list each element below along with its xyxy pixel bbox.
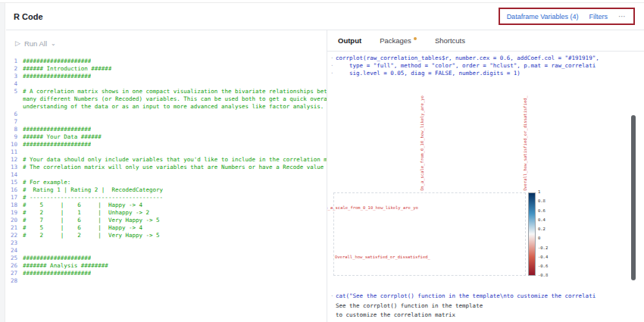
line-number: 7 bbox=[6, 118, 23, 126]
line-number bbox=[6, 95, 23, 103]
filters-link[interactable]: Filters bbox=[589, 13, 608, 20]
console-code-line: corrplot(raw_correlation_tables$r, numbe… bbox=[330, 55, 635, 62]
code-text: ####### Analysis ######## bbox=[23, 262, 108, 270]
code-text: # 5 | 6 | Happy -> 4 bbox=[23, 224, 142, 232]
chunk-marker-icon bbox=[330, 55, 336, 62]
code-line: 2 ###### Introduction ###### bbox=[6, 65, 327, 73]
chunk-marker-icon bbox=[330, 292, 336, 299]
dataframe-variables-link[interactable]: Dataframe Variables (4) bbox=[507, 13, 579, 20]
line-number: 19 bbox=[6, 209, 23, 217]
code-text: # Rating 1 | Rating 2 | RecodedCategory bbox=[23, 186, 163, 194]
vertical-scrollbar[interactable] bbox=[631, 115, 636, 280]
code-text: # Your data should only include variable… bbox=[23, 156, 327, 164]
code-text: # 2 | 2 | Very Happy -> 5 bbox=[23, 232, 160, 239]
plot-row-label: Overall_how_satisfied_or_dissatisfied_ bbox=[335, 255, 430, 259]
line-number: 18 bbox=[6, 202, 23, 209]
code-line: 21 # 5 | 6 | Happy -> 4 bbox=[6, 224, 327, 232]
legend-tick-label: -0.2 bbox=[538, 246, 548, 251]
code-line: 12 # Your data should only include varia… bbox=[6, 156, 327, 164]
tab-packages[interactable]: Packages bbox=[380, 36, 417, 45]
line-number: 8 bbox=[6, 126, 23, 133]
code-text: #################### bbox=[23, 255, 91, 262]
code-line: 22 # 2 | 2 | Very Happy -> 5 bbox=[6, 232, 327, 239]
line-number: 27 bbox=[6, 270, 23, 277]
line-number: 23 bbox=[6, 239, 23, 247]
legend-tick-label: -0.4 bbox=[538, 255, 548, 260]
code-line: 6 bbox=[6, 111, 327, 118]
code-text: # A correlation matrix shows in one comp… bbox=[23, 88, 327, 95]
code-line: 26 ####### Analysis ######## bbox=[6, 262, 327, 270]
code-line: 14 bbox=[6, 171, 327, 179]
code-editor[interactable]: 1 #################### 2 ###### Introduc… bbox=[6, 56, 327, 322]
code-text: #################### bbox=[23, 73, 91, 80]
line-number: 28 bbox=[6, 277, 23, 285]
packages-badge-dot bbox=[414, 37, 417, 40]
code-text: # The correlation matrix will only use v… bbox=[23, 164, 324, 171]
legend-tick-label: 0.8 bbox=[538, 199, 548, 204]
console-code-line: sig.level = 0.05, diag = FALSE, number.d… bbox=[330, 70, 635, 77]
code-line: 13 # The correlation matrix will only us… bbox=[6, 164, 327, 171]
code-line: 15 # For example: bbox=[6, 179, 327, 186]
plot-legend-ticks: 1 0.8 0.6 0.4 0.2 0 -0.2 bbox=[538, 190, 548, 278]
line-number: 21 bbox=[6, 224, 23, 232]
code-text: ###### Your Data ###### bbox=[23, 133, 102, 141]
plot-color-legend bbox=[528, 192, 536, 276]
plot-row-label: On_a_scale_from_0_10_how_likely_are_yo bbox=[327, 205, 418, 210]
line-number: 17 bbox=[6, 194, 23, 202]
run-all-label: Run All bbox=[24, 39, 47, 48]
code-text: #################### bbox=[23, 58, 91, 65]
chevron-down-icon: ⌄ bbox=[51, 40, 56, 47]
console-output-text: See the corrplot() function in the templ… bbox=[336, 302, 483, 309]
tab-packages-label: Packages bbox=[380, 36, 411, 45]
legend-tick-label: 0.2 bbox=[538, 227, 548, 232]
code-text: #################### bbox=[23, 141, 91, 148]
play-icon: ▷ bbox=[15, 39, 20, 47]
line-number: 2 bbox=[6, 65, 23, 73]
code-line: 11 bbox=[6, 148, 327, 156]
code-text: # 2 | 1 | Unhappy -> 2 bbox=[23, 209, 149, 217]
code-line: 4 bbox=[6, 80, 327, 88]
code-line: 23 bbox=[6, 239, 327, 247]
line-number: 24 bbox=[6, 247, 23, 255]
tab-output[interactable]: Output bbox=[338, 36, 361, 45]
line-number bbox=[6, 103, 23, 111]
line-number: 22 bbox=[6, 232, 23, 239]
main-content: ▷ Run All ⌄ 1 #################### 2 ###… bbox=[6, 30, 644, 322]
tab-shortcuts-label: Shortcuts bbox=[435, 36, 465, 45]
left-edge-strip bbox=[0, 3, 5, 322]
console-code-line: type = "full", method = "color", order =… bbox=[330, 62, 635, 70]
code-text: # For example: bbox=[23, 179, 70, 186]
page-title: R Code bbox=[14, 12, 43, 21]
line-number: 16 bbox=[6, 186, 23, 194]
legend-tick-label: 1 bbox=[538, 190, 548, 195]
line-number: 6 bbox=[6, 111, 23, 118]
more-options-icon[interactable]: ⋯ bbox=[618, 12, 627, 20]
output-panel: Output Packages Shortcuts corrplot(ra bbox=[327, 30, 644, 322]
code-text: #################### bbox=[23, 126, 91, 133]
code-text: ###### Introduction ###### bbox=[23, 65, 111, 73]
code-line: 1 #################### bbox=[6, 58, 327, 65]
code-line: 7 bbox=[6, 118, 327, 126]
legend-tick-label: -0.6 bbox=[538, 264, 548, 269]
code-text: # 5 | 6 | Happy -> 4 bbox=[23, 202, 142, 209]
legend-tick-label: -0.8 bbox=[538, 274, 548, 278]
line-number: 20 bbox=[6, 217, 23, 224]
line-number: 12 bbox=[6, 156, 23, 164]
tab-shortcuts[interactable]: Shortcuts bbox=[435, 36, 465, 45]
run-all-button[interactable]: ▷ Run All ⌄ bbox=[15, 39, 56, 48]
console-code-text: sig.level = 0.05, diag = FALSE, number.d… bbox=[336, 70, 521, 77]
console-output-text: to customize the correlation matrix bbox=[336, 311, 455, 318]
line-number: 3 bbox=[6, 73, 23, 80]
code-line: 5 # A correlation matrix shows in one co… bbox=[6, 88, 327, 95]
line-number: 10 bbox=[6, 141, 23, 148]
legend-tick-label: 0.6 bbox=[538, 209, 548, 214]
plot-column-label: Overall_how_satisfied_or_dissatisfied_ bbox=[523, 95, 527, 191]
console-output: corrplot(raw_correlation_tables$r, numbe… bbox=[330, 55, 635, 77]
output-body: corrplot(raw_correlation_tables$r, numbe… bbox=[327, 52, 644, 322]
code-line: 25 #################### bbox=[6, 255, 327, 262]
code-line: 27 #################### bbox=[6, 270, 327, 277]
app-window: R Code Dataframe Variables (4) Filters ⋯… bbox=[0, 0, 644, 322]
output-tabs: Output Packages Shortcuts bbox=[327, 30, 644, 52]
console-code-line: cat("See the corrplot() function in the … bbox=[330, 292, 596, 299]
code-line: understanding of the data or as an input… bbox=[6, 103, 327, 111]
